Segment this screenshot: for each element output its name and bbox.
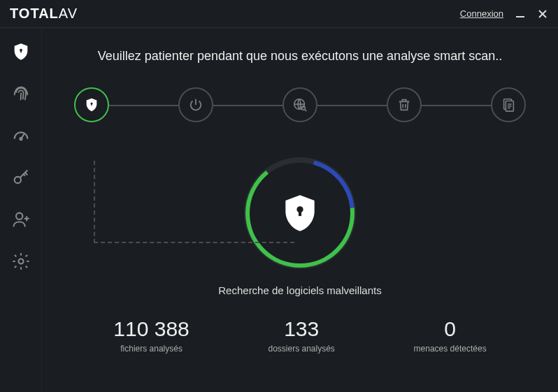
step-web [282, 87, 317, 122]
stat-files-value: 110 388 [113, 317, 189, 341]
gauge-icon [11, 126, 31, 145]
stat-folders: 133 dossiers analysés [268, 317, 334, 354]
close-button[interactable] [537, 8, 548, 20]
sidebar-item-password[interactable] [10, 166, 32, 189]
document-icon [501, 97, 516, 112]
step-malware [74, 87, 109, 122]
titlebar: TOTALAV Connexion [0, 0, 558, 28]
key-icon [11, 168, 31, 187]
svg-point-6 [20, 138, 22, 140]
brand-logo: TOTALAV [10, 6, 78, 22]
svg-rect-4 [20, 50, 22, 53]
scan-status-text: Recherche de logiciels malveillants [218, 284, 381, 296]
svg-rect-13 [91, 103, 92, 106]
globe-search-icon [292, 97, 308, 112]
dashed-connector-horizontal [94, 242, 294, 243]
scan-headline: Veuillez patienter pendant que nous exéc… [98, 49, 502, 64]
shield-icon [278, 191, 322, 235]
fingerprint-icon [11, 84, 31, 103]
stat-files-label: fichiers analysés [113, 344, 189, 354]
main-panel: Veuillez patienter pendant que nous exéc… [42, 28, 558, 392]
sidebar-item-privacy[interactable] [10, 82, 32, 105]
stat-threats-value: 0 [414, 317, 487, 341]
step-report [491, 87, 526, 122]
scan-steps [74, 87, 526, 122]
shield-icon [11, 42, 31, 61]
sidebar [0, 28, 42, 392]
step-startup [178, 87, 213, 122]
scan-progress-ring [244, 157, 356, 269]
close-icon [538, 9, 548, 19]
stat-threats: 0 menaces détectées [414, 317, 487, 354]
sidebar-item-settings[interactable] [10, 250, 32, 273]
svg-rect-29 [299, 210, 301, 216]
svg-point-7 [14, 177, 20, 183]
scan-stats: 110 388 fichiers analysés 133 dossiers a… [74, 317, 526, 354]
svg-point-11 [18, 259, 23, 264]
svg-point-8 [16, 213, 22, 219]
stat-folders-value: 133 [268, 317, 334, 341]
stat-files: 110 388 fichiers analysés [113, 317, 189, 354]
stat-folders-label: dossiers analysés [268, 344, 334, 354]
sidebar-item-antivirus[interactable] [10, 41, 32, 63]
step-junk [387, 87, 422, 122]
svg-line-17 [305, 110, 306, 111]
sidebar-item-performance[interactable] [10, 124, 32, 147]
stat-threats-label: menaces détectées [414, 344, 487, 354]
dashed-connector-vertical [94, 161, 95, 243]
gear-icon [11, 252, 31, 271]
add-user-icon [11, 210, 31, 229]
sidebar-item-family[interactable] [10, 208, 32, 231]
brand-thin: AV [59, 6, 78, 21]
minimize-icon [515, 9, 525, 19]
login-link[interactable]: Connexion [460, 8, 503, 19]
brand-bold: TOTAL [10, 6, 59, 21]
shield-icon [84, 97, 99, 112]
power-icon [188, 97, 203, 112]
trash-icon [396, 97, 412, 112]
minimize-button[interactable] [515, 8, 526, 20]
